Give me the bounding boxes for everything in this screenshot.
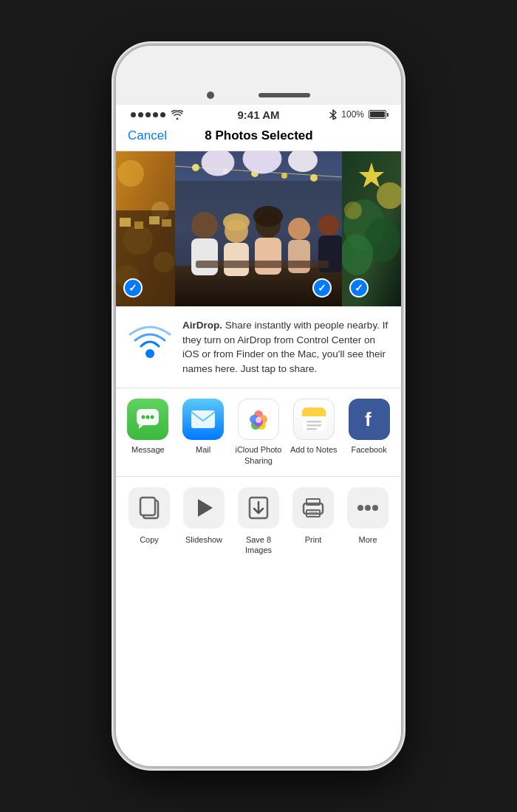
camera-dot	[207, 92, 214, 99]
signal-dot	[145, 112, 151, 117]
icloud-icon	[238, 399, 279, 440]
svg-rect-63	[307, 424, 321, 427]
svg-point-1	[117, 160, 144, 187]
svg-rect-62	[307, 421, 321, 423]
share-app-mail[interactable]: Mail	[178, 399, 228, 466]
status-left	[131, 110, 183, 120]
share-app-facebook[interactable]: f Facebook	[344, 399, 394, 466]
svg-point-17	[281, 173, 287, 179]
phone-frame: 9:41 AM 100% Cancel 8 Photos Selected	[114, 44, 403, 768]
svg-rect-10	[162, 219, 171, 227]
save-icon-box	[238, 487, 279, 529]
action-save[interactable]: Save 8 Images	[233, 487, 284, 556]
signal-dot	[131, 112, 136, 117]
checkmark-center: ✓	[312, 278, 332, 297]
save-label: Save 8 Images	[233, 534, 284, 556]
status-bar: 9:41 AM 100%	[116, 105, 401, 123]
svg-rect-30	[224, 243, 249, 276]
slideshow-label: Slideshow	[185, 534, 222, 545]
action-copy[interactable]: Copy	[124, 487, 174, 556]
svg-rect-8	[134, 221, 143, 229]
signal-dot	[160, 112, 165, 117]
svg-point-29	[223, 213, 250, 231]
checkmark-left: ✓	[123, 278, 143, 297]
check-symbol: ✓	[318, 283, 326, 293]
svg-marker-68	[198, 499, 213, 517]
status-time: 9:41 AM	[238, 109, 280, 121]
svg-point-78	[372, 505, 378, 511]
svg-rect-27	[191, 238, 218, 275]
print-label: Print	[305, 534, 322, 545]
battery-container	[369, 110, 386, 119]
photo-left[interactable]: ✓	[116, 151, 175, 306]
svg-point-32	[253, 206, 283, 227]
share-app-notes[interactable]: Add to Notes	[289, 399, 339, 466]
svg-point-45	[344, 202, 362, 219]
action-more[interactable]: More	[343, 487, 393, 556]
mail-label: Mail	[196, 444, 210, 455]
svg-point-46	[145, 349, 154, 358]
battery-percent: 100%	[341, 109, 364, 120]
copy-icon-box	[129, 487, 170, 529]
messages-label: Message	[131, 444, 165, 455]
status-right: 100%	[329, 109, 386, 120]
svg-point-58	[256, 417, 261, 423]
cancel-button[interactable]: Cancel	[128, 128, 167, 143]
checkmark-right: ✓	[349, 278, 369, 297]
more-icon-box	[347, 487, 388, 529]
photo-center[interactable]: ✓	[175, 151, 342, 306]
svg-rect-64	[307, 428, 317, 430]
svg-rect-51	[191, 410, 215, 428]
airdrop-icon	[128, 318, 172, 362]
wifi-icon	[171, 110, 183, 120]
notes-label: Add to Notes	[290, 444, 338, 455]
nav-bar: Cancel 8 Photos Selected	[116, 123, 401, 151]
action-print[interactable]: Print	[288, 487, 338, 556]
svg-point-48	[142, 416, 145, 419]
photo-strip: ✓	[116, 151, 401, 306]
photo-right[interactable]: ✓	[342, 151, 401, 306]
print-icon-box	[292, 487, 334, 529]
battery-fill	[370, 111, 385, 117]
battery-icon	[369, 110, 386, 119]
check-symbol: ✓	[355, 283, 363, 293]
svg-rect-67	[140, 498, 155, 515]
airdrop-section[interactable]: AirDrop. Share instantly with people nea…	[116, 306, 401, 388]
signal-dots	[131, 112, 165, 117]
messages-icon	[127, 399, 168, 440]
notes-icon	[293, 399, 335, 440]
signal-dot	[153, 112, 158, 117]
more-label: More	[358, 534, 377, 545]
svg-rect-7	[120, 218, 131, 227]
svg-point-43	[342, 234, 373, 275]
svg-point-76	[357, 505, 363, 511]
icloud-label: iCloud Photo Sharing	[233, 444, 284, 466]
svg-rect-38	[196, 261, 329, 268]
facebook-label: Facebook	[351, 444, 386, 455]
svg-rect-61	[302, 412, 326, 416]
phone-top	[116, 46, 401, 105]
svg-rect-9	[149, 216, 160, 224]
share-app-messages[interactable]: Message	[123, 399, 173, 466]
airdrop-description: AirDrop. Share instantly with people nea…	[182, 318, 389, 376]
svg-point-49	[146, 416, 150, 419]
check-symbol: ✓	[129, 283, 137, 293]
speaker-bar	[258, 93, 310, 97]
svg-text:f: f	[365, 408, 372, 430]
airdrop-title: AirDrop.	[182, 320, 222, 331]
svg-point-14	[192, 164, 199, 171]
action-slideshow[interactable]: Slideshow	[179, 487, 229, 556]
action-row: Copy Slideshow	[116, 477, 401, 566]
svg-rect-35	[288, 240, 310, 273]
svg-point-18	[310, 174, 318, 182]
page-title: 8 Photos Selected	[205, 128, 312, 143]
share-app-icloud[interactable]: iCloud Photo Sharing	[233, 399, 284, 466]
svg-point-26	[191, 212, 218, 238]
svg-rect-33	[255, 238, 281, 275]
bluetooth-icon	[329, 109, 337, 120]
phone-content: 9:41 AM 100% Cancel 8 Photos Selected	[116, 105, 401, 766]
svg-point-36	[318, 215, 339, 235]
facebook-icon: f	[349, 399, 390, 440]
copy-label: Copy	[140, 534, 159, 545]
mail-icon	[182, 399, 224, 440]
